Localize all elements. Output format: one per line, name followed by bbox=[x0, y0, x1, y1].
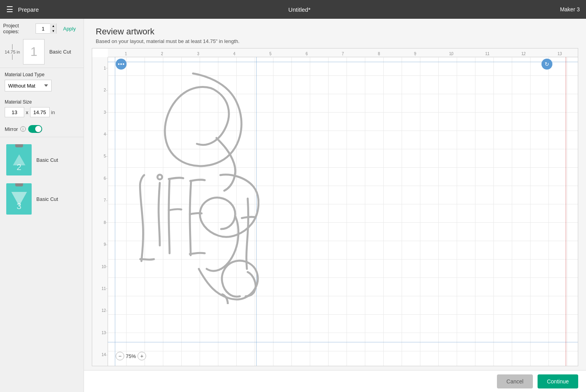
size-height-input[interactable] bbox=[30, 107, 50, 117]
rotate-button[interactable]: ↻ bbox=[541, 59, 552, 70]
canvas-container: 1 2 3 4 5 6 7 8 9 10 11 12 13 1 bbox=[92, 48, 578, 366]
svg-point-0 bbox=[157, 175, 162, 179]
material-load-select[interactable]: Without Mat With Mat bbox=[5, 80, 52, 91]
ruler-mark-4: 4 bbox=[216, 52, 253, 56]
border-right-red bbox=[566, 57, 566, 366]
review-title: Review artwork bbox=[96, 27, 574, 37]
copies-input[interactable] bbox=[36, 24, 50, 33]
ruler-mark-12: 12 bbox=[506, 52, 542, 56]
ruler-mark-11: 11 bbox=[469, 52, 506, 56]
border-bottom-blue bbox=[108, 342, 578, 342]
mirror-toggle[interactable] bbox=[28, 125, 42, 133]
copies-input-wrap: ▲ ▼ bbox=[36, 23, 57, 34]
ruler-v-13: 13 bbox=[92, 322, 107, 344]
left-sidebar: Project copies: ▲ ▼ Apply 14.75 in 1 Bas… bbox=[0, 19, 84, 392]
copies-down-button[interactable]: ▼ bbox=[50, 29, 56, 34]
toggle-knob bbox=[35, 126, 41, 132]
ruler-v-10: 10 bbox=[92, 256, 107, 277]
mat-dimension: 14.75 in bbox=[5, 44, 20, 60]
zoom-in-button[interactable]: + bbox=[138, 352, 146, 360]
ruler-mark-6: 6 bbox=[289, 52, 325, 56]
mat-num-3: 3 bbox=[16, 201, 21, 211]
mat-label-2: Basic Cut bbox=[36, 157, 58, 163]
ruler-mark-8: 8 bbox=[361, 52, 397, 56]
mat-list: 2 Basic Cut 3 Basic Cut bbox=[0, 137, 84, 392]
mat-clip-2 bbox=[15, 144, 23, 147]
copies-up-button[interactable]: ▲ bbox=[50, 23, 56, 29]
ruler-mark-7: 7 bbox=[325, 52, 361, 56]
mat-thumb-2: 2 bbox=[6, 144, 32, 175]
material-load-label: Material Load Type bbox=[5, 72, 79, 77]
topbar: ☰ Prepare Untitled* Maker 3 bbox=[0, 0, 586, 19]
ruler-mark-9: 9 bbox=[397, 52, 433, 56]
mirror-info-icon[interactable]: i bbox=[20, 126, 26, 132]
zoom-out-button[interactable]: − bbox=[116, 352, 124, 360]
ruler-mark-1: 1 bbox=[108, 52, 144, 56]
mat-top-item: 14.75 in 1 Basic Cut bbox=[0, 36, 84, 68]
zoom-controls: − 75% + bbox=[116, 352, 146, 360]
menu-icon[interactable]: ☰ bbox=[6, 5, 13, 14]
ruler-v-2: 2 bbox=[92, 79, 107, 101]
ruler-mark-13: 13 bbox=[541, 52, 578, 56]
ruler-v-6: 6 bbox=[92, 167, 107, 189]
mat-number-1: 1 bbox=[30, 45, 38, 59]
dim-line-bottom bbox=[12, 54, 13, 60]
device-label: Maker 3 bbox=[560, 6, 580, 13]
ruler-v-12: 12 bbox=[92, 300, 107, 322]
project-copies-label: Project copies: bbox=[3, 23, 32, 34]
size-unit-label: in bbox=[51, 109, 55, 115]
copies-spinners: ▲ ▼ bbox=[50, 23, 56, 34]
size-width-input[interactable] bbox=[5, 107, 24, 117]
continue-button[interactable]: Continue bbox=[538, 374, 578, 388]
zoom-level: 75% bbox=[126, 353, 136, 359]
material-size-row: x in bbox=[5, 107, 79, 117]
canvas-wrapper: 1 2 3 4 5 6 7 8 9 10 11 12 13 1 bbox=[92, 48, 578, 366]
dim-label: 14.75 in bbox=[5, 50, 20, 54]
mat-label-3: Basic Cut bbox=[36, 196, 58, 202]
ruler-mark-3: 3 bbox=[180, 52, 216, 56]
review-header: Review artwork Based on your layout, mat… bbox=[84, 19, 586, 48]
mat-clip-3 bbox=[15, 183, 23, 186]
material-load-section: Material Load Type Without Mat With Mat bbox=[0, 68, 84, 95]
ruler-v-4: 4 bbox=[92, 123, 107, 145]
dim-line-top bbox=[12, 44, 13, 50]
cancel-button[interactable]: Cancel bbox=[497, 374, 533, 388]
review-subtitle: Based on your layout, material must be a… bbox=[96, 38, 574, 44]
mat-list-item-3[interactable]: 3 Basic Cut bbox=[0, 179, 84, 218]
mirror-row: Mirror i bbox=[0, 121, 84, 137]
artwork-preview bbox=[115, 62, 257, 296]
ruler-v-5: 5 bbox=[92, 145, 107, 167]
project-copies-row: Project copies: ▲ ▼ Apply bbox=[0, 19, 84, 36]
prepare-label: Prepare bbox=[18, 6, 39, 13]
right-area: Review artwork Based on your layout, mat… bbox=[84, 19, 586, 392]
document-title: Untitled* bbox=[39, 6, 560, 13]
ruler-mark-10: 10 bbox=[433, 52, 470, 56]
ruler-v-7: 7 bbox=[92, 190, 107, 211]
mat-thumb-1: 1 bbox=[23, 39, 45, 64]
main-content: Project copies: ▲ ▼ Apply 14.75 in 1 Bas… bbox=[0, 19, 586, 392]
ruler-v-9: 9 bbox=[92, 233, 107, 255]
apply-button[interactable]: Apply bbox=[60, 26, 79, 32]
mat-list-item-2[interactable]: 2 Basic Cut bbox=[0, 140, 84, 179]
ruler-mark-2: 2 bbox=[144, 52, 180, 56]
mat-top-label: Basic Cut bbox=[49, 49, 71, 55]
material-size-section: Material Size x in bbox=[0, 95, 84, 121]
ruler-v-8: 8 bbox=[92, 211, 107, 233]
ruler-v-1: 1 bbox=[92, 57, 107, 79]
ruler-top: 1 2 3 4 5 6 7 8 9 10 11 12 13 bbox=[108, 48, 578, 57]
bottom-bar: Cancel Continue bbox=[84, 370, 586, 392]
material-size-label: Material Size bbox=[5, 99, 79, 105]
grid-area: ↻ bbox=[108, 57, 578, 366]
ruler-v-14: 14 bbox=[92, 344, 107, 365]
ruler-v-11: 11 bbox=[92, 277, 107, 299]
ruler-left: 1 2 3 4 5 6 7 8 9 10 11 12 13 14 bbox=[92, 57, 108, 366]
mat-num-2: 2 bbox=[16, 162, 21, 172]
ruler-mark-5: 5 bbox=[252, 52, 289, 56]
mirror-label: Mirror bbox=[5, 126, 18, 132]
ruler-v-3: 3 bbox=[92, 101, 107, 123]
mat-thumb-3: 3 bbox=[6, 183, 32, 215]
